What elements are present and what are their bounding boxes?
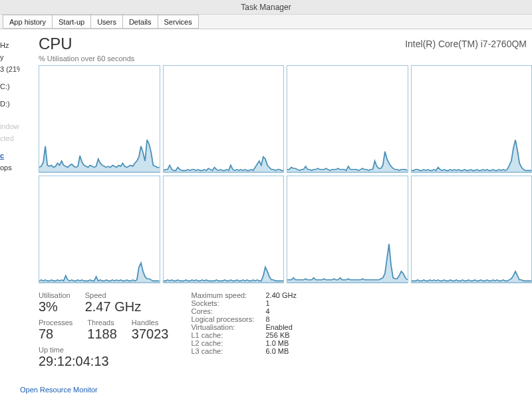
core-chart — [39, 65, 160, 173]
spec-val: 6.0 MB — [265, 347, 289, 355]
core-chart — [163, 176, 285, 283]
core-chart — [287, 65, 408, 173]
spec-row: L3 cache:6.0 MB — [191, 347, 296, 355]
spec-val: 1.0 MB — [265, 339, 289, 347]
core-charts-grid — [39, 65, 532, 283]
sidebar-item[interactable]: c — [0, 150, 20, 162]
label-speed: Speed — [85, 291, 141, 299]
value-utilisation: 3% — [39, 299, 70, 315]
label-handles: Handles — [132, 319, 169, 327]
spec-val: 256 KB — [265, 331, 289, 339]
spec-key: Cores: — [191, 307, 265, 315]
spec-row: Logical processors:8 — [191, 315, 296, 323]
label-utilisation: Utilisation — [39, 291, 70, 299]
sidebar-item[interactable]: C:) — [0, 81, 20, 93]
core-chart — [411, 65, 533, 173]
tab-app-history[interactable]: App history — [3, 15, 53, 29]
tab-startup[interactable]: Start-up — [52, 15, 91, 29]
chart-caption: % Utilisation over 60 seconds — [39, 55, 134, 63]
spec-table: Maximum speed:2.40 GHzSockets:1Cores:4Lo… — [191, 291, 296, 369]
spec-row: L1 cache:256 KB — [191, 331, 296, 339]
spec-val: 2.40 GHz — [265, 291, 296, 299]
core-chart — [411, 176, 533, 283]
sidebar-item[interactable]: 3 (21%) — [0, 64, 20, 76]
label-uptime: Up time — [39, 346, 168, 354]
sidebar-item[interactable]: Hz — [0, 40, 20, 52]
core-chart — [39, 176, 160, 283]
value-handles: 37023 — [132, 327, 169, 342]
spec-val: 1 — [265, 299, 269, 307]
spec-key: Logical processors: — [191, 315, 265, 323]
value-threads: 1188 — [87, 327, 117, 342]
tab-details[interactable]: Details — [122, 15, 158, 29]
spec-row: Virtualisation:Enabled — [191, 323, 296, 331]
spec-row: Cores:4 — [191, 307, 296, 315]
tab-users[interactable]: Users — [90, 15, 123, 29]
window-title: Task Manager — [0, 0, 532, 15]
sidebar-item: cted — [0, 133, 20, 145]
value-processes: 78 — [39, 327, 72, 342]
spec-row: L2 cache:1.0 MB — [191, 339, 296, 347]
sidebar-item[interactable]: y — [0, 52, 20, 64]
page-title: CPU — [39, 35, 134, 53]
sidebar-item[interactable]: D:) — [0, 98, 20, 110]
value-uptime: 29:12:04:13 — [39, 354, 168, 369]
spec-key: Maximum speed: — [191, 291, 265, 299]
spec-val: 4 — [265, 307, 269, 315]
label-processes: Processes — [39, 319, 72, 327]
tab-services[interactable]: Services — [158, 15, 199, 29]
spec-row: Maximum speed:2.40 GHz — [191, 291, 296, 299]
label-threads: Threads — [87, 319, 117, 327]
spec-val: Enabled — [265, 323, 292, 331]
sidebar: Hz y 3 (21%) C:) D:) indow Sna cted c op… — [0, 29, 20, 399]
value-speed: 2.47 GHz — [85, 299, 141, 315]
stats-block: Utilisation 3% Speed 2.47 GHz Processes … — [39, 291, 529, 369]
main-panel: CPU % Utilisation over 60 seconds Intel(… — [20, 29, 532, 399]
sidebar-item: indow Sna — [0, 121, 20, 133]
spec-key: L2 cache: — [191, 339, 265, 347]
open-resource-monitor-link[interactable]: Open Resource Monitor — [20, 386, 98, 394]
cpu-model: Intel(R) Core(TM) i7-2760QM — [405, 35, 527, 49]
spec-key: Sockets: — [191, 299, 265, 307]
core-chart — [163, 65, 285, 173]
spec-val: 8 — [265, 315, 269, 323]
spec-key: Virtualisation: — [191, 323, 265, 331]
spec-key: L1 cache: — [191, 331, 265, 339]
core-chart — [287, 176, 408, 283]
tab-strip: App history Start-up Users Details Servi… — [0, 15, 532, 29]
sidebar-item[interactable]: ops — [0, 162, 20, 174]
spec-key: L3 cache: — [191, 347, 265, 355]
spec-row: Sockets:1 — [191, 299, 296, 307]
